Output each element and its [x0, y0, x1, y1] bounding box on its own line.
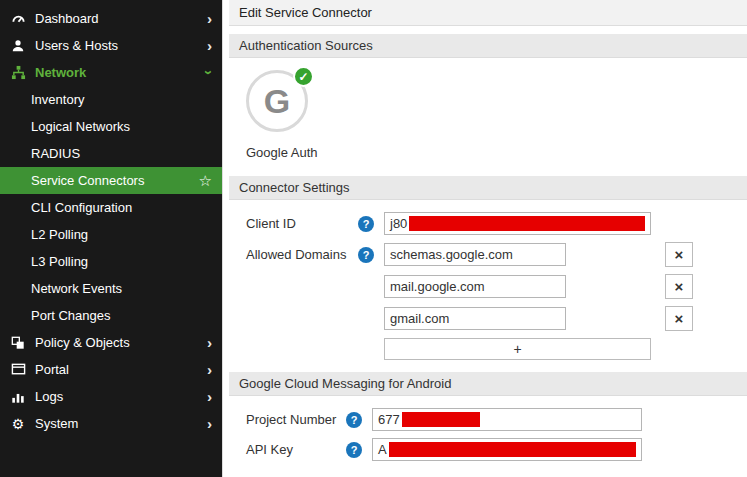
sidebar-item-label: Logs [35, 389, 207, 404]
section-connector-settings: Connector Settings [229, 176, 747, 200]
sidebar-item-label: Inventory [31, 92, 212, 107]
chevron-right-icon: › [207, 416, 212, 431]
allowed-domain-row: gmail.com × [384, 306, 747, 331]
chevron-right-icon: › [207, 11, 212, 26]
redaction-block [402, 412, 480, 427]
gear-icon: ⚙ [10, 416, 26, 432]
allowed-domains-label: Allowed Domains [246, 247, 358, 262]
sidebar-item-portal[interactable]: Portal › [0, 356, 222, 383]
domain-value: schemas.google.com [390, 247, 513, 262]
sidebar-item-network-events[interactable]: Network Events [0, 275, 222, 302]
sidebar-item-inventory[interactable]: Inventory [0, 86, 222, 113]
app-window: Dashboard › Users & Hosts › Network › In… [0, 0, 747, 477]
plus-icon: + [513, 341, 521, 357]
domain-value: mail.google.com [390, 279, 485, 294]
chevron-right-icon: › [207, 335, 212, 350]
sidebar-item-label: L3 Polling [31, 254, 212, 269]
sidebar-item-label: Portal [35, 362, 207, 377]
gcm-form: Project Number ? 677 API Key ? A [229, 396, 747, 461]
remove-domain-button[interactable]: × [665, 274, 693, 299]
allowed-domain-row: Allowed Domains ? schemas.google.com × [246, 242, 747, 267]
help-icon[interactable]: ? [346, 442, 362, 458]
portal-window-icon [10, 362, 26, 377]
sidebar-item-policy-objects[interactable]: Policy & Objects › [0, 329, 222, 356]
add-domain-row: + [384, 338, 747, 360]
client-id-value: j80 [390, 216, 407, 231]
section-title: Authentication Sources [239, 38, 373, 53]
network-sitemap-icon [10, 65, 26, 80]
sidebar-item-users-hosts[interactable]: Users & Hosts › [0, 32, 222, 59]
connector-settings-form: Client ID ? j80 Allowed Domains ? schema… [229, 200, 747, 360]
section-title: Connector Settings [239, 180, 350, 195]
section-authentication-sources: Authentication Sources [229, 34, 747, 58]
logs-barchart-icon [10, 390, 26, 404]
sidebar-item-network[interactable]: Network › [0, 59, 222, 86]
sidebar-item-label: Dashboard [35, 11, 207, 26]
client-id-label: Client ID [246, 216, 358, 231]
redaction-block [389, 442, 636, 457]
close-icon: × [675, 246, 684, 263]
sidebar-item-label: Logical Networks [31, 119, 212, 134]
close-icon: × [675, 278, 684, 295]
chevron-right-icon: › [207, 38, 212, 53]
sidebar-item-logical-networks[interactable]: Logical Networks [0, 113, 222, 140]
google-g-icon: G [264, 84, 290, 118]
sidebar-item-label: Network [35, 65, 207, 80]
domain-input[interactable]: schemas.google.com [384, 243, 566, 266]
chevron-down-icon: › [202, 70, 217, 75]
sidebar-item-logs[interactable]: Logs › [0, 383, 222, 410]
sidebar-item-radius[interactable]: RADIUS [0, 140, 222, 167]
api-key-row: API Key ? A [246, 438, 747, 461]
dashboard-gauge-icon [10, 11, 26, 26]
sidebar-item-label: L2 Polling [31, 227, 212, 242]
project-number-row: Project Number ? 677 [246, 408, 747, 431]
close-icon: × [675, 310, 684, 327]
help-icon[interactable]: ? [346, 412, 362, 428]
page-title: Edit Service Connector [239, 5, 372, 20]
provider-label: Google Auth [246, 145, 747, 160]
sidebar-item-l3-polling[interactable]: L3 Polling [0, 248, 222, 275]
favorite-star-icon[interactable]: ☆ [199, 172, 212, 190]
client-id-input[interactable]: j80 [384, 212, 651, 235]
sidebar-item-label: Network Events [31, 281, 212, 296]
remove-domain-button[interactable]: × [665, 242, 693, 267]
sidebar-item-l2-polling[interactable]: L2 Polling [0, 221, 222, 248]
sidebar-item-service-connectors[interactable]: Service Connectors ☆ [0, 167, 222, 194]
api-key-value: A [378, 442, 387, 457]
sidebar-item-port-changes[interactable]: Port Changes [0, 302, 222, 329]
allowed-domain-row: mail.google.com × [384, 274, 747, 299]
help-icon[interactable]: ? [358, 216, 374, 232]
sidebar: Dashboard › Users & Hosts › Network › In… [0, 0, 222, 477]
sidebar-item-dashboard[interactable]: Dashboard › [0, 5, 222, 32]
redaction-block [409, 216, 645, 231]
sidebar-item-label: System [35, 416, 207, 431]
api-key-input[interactable]: A [372, 438, 642, 461]
chevron-right-icon: › [207, 362, 212, 377]
project-number-label: Project Number [246, 412, 346, 427]
sidebar-item-label: Port Changes [31, 308, 212, 323]
domain-input[interactable]: mail.google.com [384, 275, 566, 298]
google-auth-tile[interactable]: G ✓ [246, 70, 308, 132]
sidebar-item-cli-configuration[interactable]: CLI Configuration [0, 194, 222, 221]
policy-objects-icon [10, 336, 26, 350]
project-number-input[interactable]: 677 [372, 408, 642, 431]
sidebar-item-label: RADIUS [31, 146, 212, 161]
main-content: Edit Service Connector Authentication So… [222, 0, 747, 477]
sidebar-item-label: CLI Configuration [31, 200, 212, 215]
remove-domain-button[interactable]: × [665, 306, 693, 331]
client-id-row: Client ID ? j80 [246, 212, 747, 235]
selected-check-icon: ✓ [293, 66, 314, 87]
project-number-value: 677 [378, 412, 400, 427]
help-icon[interactable]: ? [358, 247, 374, 263]
page-title-bar: Edit Service Connector [229, 0, 747, 26]
chevron-right-icon: › [207, 389, 212, 404]
section-title: Google Cloud Messaging for Android [239, 376, 451, 391]
section-gcm: Google Cloud Messaging for Android [229, 372, 747, 396]
add-domain-button[interactable]: + [384, 338, 651, 360]
api-key-label: API Key [246, 442, 346, 457]
sidebar-item-label: Users & Hosts [35, 38, 207, 53]
domain-input[interactable]: gmail.com [384, 307, 566, 330]
sidebar-item-system[interactable]: ⚙ System › [0, 410, 222, 437]
user-icon [10, 39, 26, 53]
sidebar-item-label: Policy & Objects [35, 335, 207, 350]
